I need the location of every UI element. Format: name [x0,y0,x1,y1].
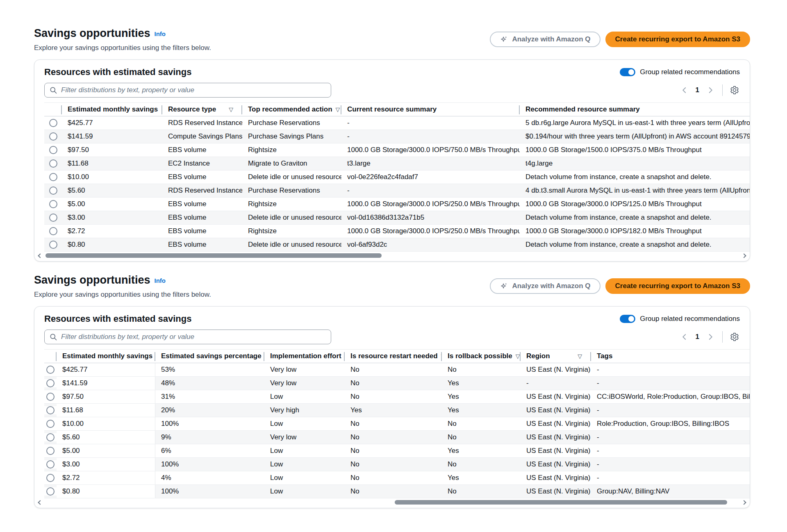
create-recurring-export-button[interactable]: Create recurring export to Amazon S3 [605,278,750,294]
row-radio-button[interactable] [46,420,55,428]
row-select-cell [44,420,57,428]
column-header-top-recommended-action[interactable]: Top recommended action▽ [242,103,341,116]
filter-icon[interactable]: ▽ [578,353,582,359]
row-select-cell [44,159,62,168]
cell-top-recommended-action: Delete idle or unused resources [242,241,341,249]
row-radio-button[interactable] [49,186,57,195]
scroll-left-button[interactable] [38,500,42,505]
column-header-estimated-savings-percentage[interactable]: Estimated savings percentage▽ [155,350,264,363]
row-radio-button[interactable] [46,366,55,374]
scrollbar-thumb[interactable] [395,500,727,505]
filter-icon[interactable]: ▽ [336,106,340,113]
cell-region: US East (N. Virginia) [521,487,591,496]
scroll-right-button[interactable] [742,500,746,505]
column-header-tags[interactable]: Tags [591,350,750,363]
column-header-estimated-monthly-savings[interactable]: Estimated monthly savings▲ [57,350,155,363]
gear-icon [730,332,739,341]
previous-page-button[interactable] [679,332,690,342]
cell-is-resource-restart-needed: No [345,393,442,401]
row-select-cell [44,474,57,482]
row-radio-button[interactable] [49,241,57,249]
cell-tags: - [591,366,750,374]
next-page-button[interactable] [705,332,716,342]
cell-tags: - [591,433,750,441]
row-radio-button[interactable] [46,379,55,387]
column-header-is-rollback-possible[interactable]: Is rollback possible▽ [442,350,521,363]
column-header-is-resource-restart-needed[interactable]: Is resource restart needed▽ [345,350,442,363]
row-radio-button[interactable] [49,132,57,141]
create-recurring-export-button[interactable]: Create recurring export to Amazon S3 [605,32,750,47]
row-radio-button[interactable] [46,433,55,441]
analyze-with-amazon-q-button[interactable]: Analyze with Amazon Q [490,32,600,47]
column-header-region[interactable]: Region▽ [521,350,591,363]
chevron-right-icon [707,86,714,94]
info-link[interactable]: Info [155,30,166,37]
scroll-right-button[interactable] [742,253,746,258]
column-header-recommended-resource-summary[interactable]: Recommended resource summary [520,103,750,116]
cell-region: US East (N. Virginia) [521,393,591,401]
cell-region: US East (N. Virginia) [521,474,591,482]
scrollbar-thumb[interactable] [45,253,381,258]
row-radio-button[interactable] [49,200,57,208]
column-header-implementation-effort[interactable]: Implementation effort [264,350,345,363]
toggle-label: Group related recommendations [640,68,740,76]
row-radio-button[interactable] [46,406,55,414]
gear-icon [730,86,739,95]
column-header-estimated-monthly-savings[interactable]: Estimated monthly savings▲ [62,103,162,116]
selection-column-header [44,103,62,116]
column-header-label: Top recommended action [248,105,332,114]
export-button-label: Create recurring export to Amazon S3 [615,282,740,290]
next-page-button[interactable] [705,85,716,95]
row-radio-button[interactable] [49,214,57,222]
filter-icon[interactable]: ▽ [229,106,233,113]
filter-search [44,83,331,98]
column-header-label: Estimated monthly savings [62,352,152,360]
export-button-label: Create recurring export to Amazon S3 [615,35,740,43]
info-link[interactable]: Info [155,277,166,284]
row-radio-button[interactable] [49,159,57,168]
cell-region: US East (N. Virginia) [521,366,591,374]
filter-input[interactable] [44,83,331,98]
row-radio-button[interactable] [46,474,55,482]
row-radio-button[interactable] [46,447,55,455]
table-row: $0.80100%LowNoNoUS East (N. Virginia)Gro… [44,485,750,498]
row-radio-button[interactable] [49,227,57,235]
scroll-left-button[interactable] [38,253,42,258]
row-select-cell [44,119,62,127]
cell-estimated-monthly-savings: $11.68 [62,159,162,168]
row-radio-button[interactable] [46,460,55,468]
table-row: $11.68EC2 InstanceMigrate to Gravitont3.… [44,157,750,171]
table-settings-button[interactable] [729,85,740,95]
row-radio-button[interactable] [49,173,57,181]
row-select-cell [44,227,62,235]
row-select-cell [44,146,62,154]
toggle-label: Group related recommendations [640,315,740,323]
cell-tags: - [591,474,750,482]
cell-tags: CC:iBOSWorld, Role:Production, Group:IBO… [591,393,750,401]
cell-resource-type: RDS Reserved Instances [162,119,242,127]
cell-current-resource-summary: - [341,132,520,141]
filter-icon[interactable]: ▽ [516,353,520,359]
row-radio-button[interactable] [49,119,57,127]
analyze-with-amazon-q-button[interactable]: Analyze with Amazon Q [490,278,600,294]
cell-region: US East (N. Virginia) [521,433,591,441]
row-radio-button[interactable] [49,146,57,154]
group-related-recommendations-toggle[interactable] [620,68,635,76]
table-row: $425.77RDS Reserved InstancesPurchase Re… [44,116,750,130]
cell-recommended-resource-summary: Detach volume from instance, create a sn… [520,241,750,249]
cell-is-rollback-possible: Yes [442,393,521,401]
table-header-row: Estimated monthly savings▲Estimated savi… [44,349,750,363]
column-header-current-resource-summary[interactable]: Current resource summary [341,103,520,116]
column-header-resource-type[interactable]: Resource type▽ [162,103,242,116]
horizontal-scrollbar[interactable] [39,500,746,505]
cell-top-recommended-action: Delete idle or unused resources [242,173,341,181]
table-settings-button[interactable] [729,332,740,342]
table-row: $97.5031%LowNoYesUS East (N. Virginia)CC… [44,390,750,404]
previous-page-button[interactable] [679,85,690,95]
row-radio-button[interactable] [46,487,55,496]
cell-current-resource-summary: vol-6af93d2c [341,241,520,249]
row-radio-button[interactable] [46,393,55,401]
group-related-recommendations-toggle[interactable] [620,315,635,323]
filter-input[interactable] [44,330,331,344]
horizontal-scrollbar[interactable] [39,253,746,259]
